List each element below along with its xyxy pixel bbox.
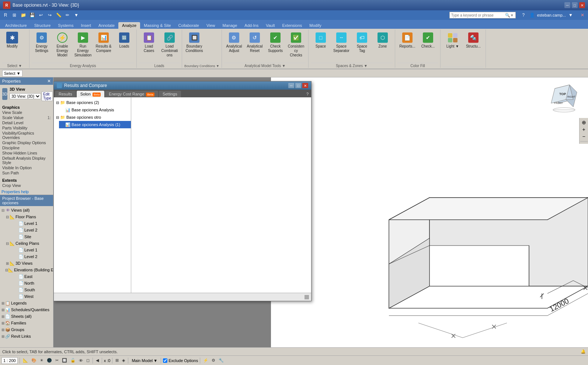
properties-close[interactable]: ✕ [47, 79, 51, 84]
tree-item-floor-plans[interactable]: ⊟ 📐 Floor Plans [4, 213, 53, 220]
visual-style-icon[interactable]: 🎨 [30, 358, 38, 363]
nav-cube[interactable]: TOP FRONT RIGHT [547, 81, 581, 114]
maximize-button[interactable]: □ [572, 2, 578, 8]
tab-annotate[interactable]: Annotate [95, 22, 118, 29]
tree-item-south[interactable]: 📄South [13, 286, 53, 293]
show-hide-crop-icon[interactable]: 🔲 [61, 358, 68, 363]
new-button[interactable]: ⊞ [10, 11, 18, 19]
dialog-tab-settings[interactable]: Settings [159, 91, 181, 97]
piping-icon[interactable]: 🔧 [218, 358, 225, 363]
check-supports-button[interactable]: ✔ CheckSupports [265, 30, 285, 57]
tree-item-north[interactable]: 📄North [13, 280, 53, 286]
load-cases-button[interactable]: 📋 LoadCases [139, 30, 159, 57]
annotate-button[interactable]: ✏ [63, 11, 72, 19]
tab-view[interactable]: View [203, 22, 219, 29]
space-tag-button[interactable]: 🏷 SpaceTag [352, 30, 372, 57]
dialog-tree-base-opciones-2[interactable]: ⊟ 📁 Base opciones (2) [54, 99, 131, 106]
dialog-tree-base-opciones-analysis-1[interactable]: 📊 Base opciones Analysis (1) [59, 121, 131, 128]
tree-item-west[interactable]: 📄West [13, 293, 53, 300]
zoom-in-button[interactable]: + [582, 126, 585, 132]
dialog-maximize[interactable]: □ [295, 83, 301, 88]
measure-button[interactable]: 📏 [55, 11, 63, 19]
dialog-tree-base-opciones-analysis[interactable]: 📊 Base opciones Analysis [59, 106, 131, 114]
tree-item-east[interactable]: 📄East [13, 273, 53, 280]
tab-manage[interactable]: Manage [219, 22, 241, 29]
dialog-help-button[interactable]: ? [305, 91, 310, 97]
zone-button[interactable]: ⬡ Zone [373, 30, 393, 57]
resize-grip[interactable] [305, 295, 309, 299]
results-compare-button[interactable]: 📊 Results &Compare [94, 30, 114, 57]
visibility-graphics-row[interactable]: Visibility/Graphics Overrides [1, 131, 52, 140]
dialog-tab-solon[interactable]: Solon Beta [77, 91, 105, 97]
tree-item-3d-views[interactable]: ⊞ 📐 3D Views [4, 260, 53, 267]
electrical-settings-icon[interactable]: ⚡ [202, 358, 209, 363]
tree-item-sheets[interactable]: ⊞ 📄 Sheets (all) [0, 313, 53, 320]
graphic-display-row[interactable]: Graphic Display Options [1, 140, 52, 145]
save-button[interactable]: 💾 [28, 11, 36, 19]
detail-level-icon[interactable]: 📐 [22, 358, 29, 363]
close-button[interactable]: ✕ [579, 2, 585, 8]
dialog-resize-handle[interactable] [307, 288, 311, 293]
load-combinations-button[interactable]: 🔗 LoadCombinations [160, 30, 180, 59]
search-icon[interactable]: 🔍 [505, 13, 510, 18]
tree-item-ceiling-plans[interactable]: ⊟ 📐 Ceiling Plans [4, 240, 53, 247]
properties-help-link[interactable]: Properties help [0, 189, 53, 195]
tree-item-legends[interactable]: ⊞ 📋 Legends [0, 300, 53, 306]
reveal-hidden-icon[interactable]: ◻ [85, 358, 91, 363]
tab-insert[interactable]: Insert [77, 22, 95, 29]
zoom-out-button[interactable]: − [582, 133, 585, 139]
tree-item-site[interactable]: 📄Site [13, 233, 53, 240]
viewport-3d[interactable]: 12000 [271, 77, 588, 347]
close-hidden-icon[interactable]: ◀ [95, 358, 100, 363]
sun-settings-icon[interactable]: ☀ [39, 358, 45, 363]
title-controls[interactable]: ─ □ ✕ [564, 2, 585, 8]
edit-type-button[interactable]: Edit Type [42, 91, 53, 101]
tree-item-schedules[interactable]: ⊞ 📊 Schedules/Quantities [0, 306, 53, 313]
view-name-select[interactable]: 3D View: {3D} [10, 93, 41, 99]
dialog-minimize[interactable]: ─ [288, 83, 294, 88]
app-menu-icon[interactable]: R [1, 11, 10, 19]
dialog-tree-base-opciones-otro[interactable]: ⊟ 📁 Base opciones otro [54, 114, 131, 121]
quick-access-dropdown[interactable]: ▼ [72, 11, 80, 19]
energy-settings-button[interactable]: ⚙ EnergySettings [32, 30, 52, 57]
boundary-conditions-button[interactable]: 🔲 BoundaryConditions [184, 30, 204, 57]
dialog-close[interactable]: ✕ [302, 83, 308, 88]
tab-addins[interactable]: Add-Ins [241, 22, 262, 29]
dialog-tab-energy-cost[interactable]: Energy Cost Range Beta [105, 91, 158, 97]
exclude-options-check[interactable] [163, 358, 167, 363]
exclude-options-checkbox[interactable]: Exclude Options [163, 358, 198, 363]
reports-button[interactable]: 📄 Reports... [397, 30, 417, 57]
analytical-adjust-button[interactable]: ⚙ AnalyticalAdjust [224, 30, 244, 57]
account-dropdown[interactable]: ▼ [567, 11, 575, 19]
zoom-fit-button[interactable]: ⊕ [582, 119, 586, 125]
main-model-dropdown[interactable]: Main Model ▼ [130, 358, 159, 364]
tree-item-level2[interactable]: 📄Level 2 [13, 227, 53, 233]
tab-collaborate[interactable]: Collaborate [175, 22, 203, 29]
space-separator-button[interactable]: ╌ SpaceSeparator [331, 30, 351, 57]
analytical-reset-button[interactable]: ↺ AnalyticalReset [245, 30, 265, 57]
user-icon[interactable]: 👤 [528, 11, 536, 19]
temp-hide-icon[interactable]: 👁 [78, 358, 84, 363]
crop-region-icon[interactable]: ✂ [54, 358, 60, 363]
search-dropdown[interactable]: ▼ [510, 13, 514, 17]
light-button[interactable]: Light ▼ [443, 30, 463, 57]
tab-analyze[interactable]: Analyze [118, 22, 140, 29]
tree-item-families[interactable]: ⊞ 🏠 Families [0, 320, 53, 326]
select-dropdown[interactable]: Select ▼ [2, 70, 22, 77]
mechanical-icon[interactable]: ⚙ [211, 358, 216, 363]
check-button[interactable]: ✔ Check... [418, 30, 438, 57]
design-options-icon[interactable]: ◈ [121, 358, 126, 363]
tab-architecture[interactable]: Architecture [1, 22, 31, 29]
run-energy-simulation-button[interactable]: ▶ Run EnergySimulation [73, 30, 93, 59]
tab-massing[interactable]: Massing & Site [140, 22, 174, 29]
help-icon[interactable]: ? [519, 11, 528, 19]
tree-item-views-all[interactable]: ⊟ 👁 Views (all) [0, 207, 53, 213]
redo-button[interactable]: ↪ [46, 11, 54, 19]
dialog-tab-results[interactable]: Results [55, 91, 76, 97]
tab-systems[interactable]: Systems [54, 22, 77, 29]
unlock-3d-icon[interactable]: 🔓 [69, 358, 77, 363]
tab-vault[interactable]: Vault [262, 22, 278, 29]
tab-modify[interactable]: Modify [306, 22, 325, 29]
tab-extensions[interactable]: Extensions [278, 22, 306, 29]
undo-button[interactable]: ↩ [37, 11, 45, 19]
